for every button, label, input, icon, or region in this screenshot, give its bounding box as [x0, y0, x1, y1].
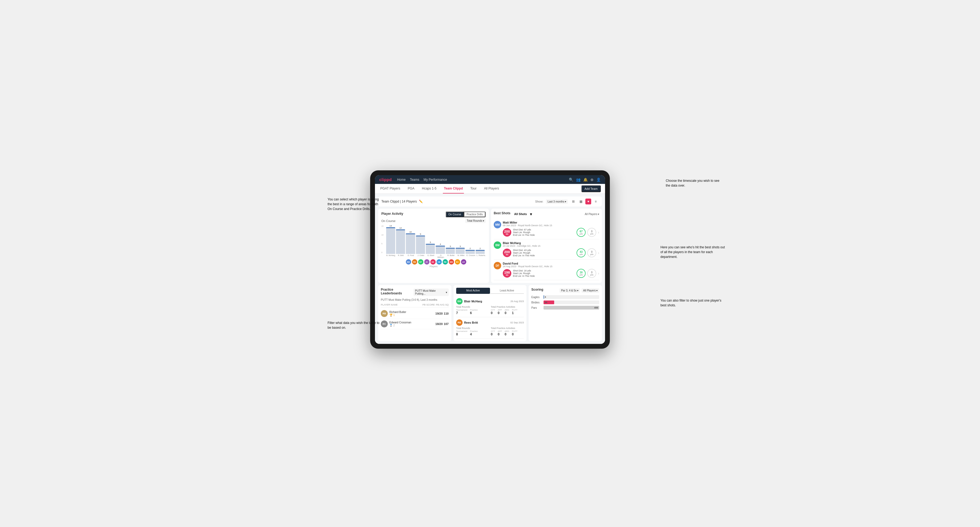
bar-group-2: 10	[406, 231, 415, 254]
sub-nav-right: Add Team	[581, 185, 601, 192]
best-shots-card: Best Shots All Shots ▾ All Players ▾	[491, 209, 602, 283]
view-list-icon[interactable]: ≡	[593, 198, 599, 205]
annotation-timescale: Choose the timescale you wish to see the…	[666, 178, 724, 188]
tab-team-clippd[interactable]: Team Clippd	[443, 184, 464, 194]
lb-avg-1: 107	[444, 322, 449, 325]
nav-teams[interactable]: Teams	[410, 178, 419, 181]
profile-icon[interactable]: 👤	[596, 178, 601, 182]
team-title: Team Clippd | 14 Players	[381, 200, 417, 203]
shot-player-name-0: Matt Miller	[503, 221, 599, 224]
shot-item-0: MM Matt Miller 09 Jun 2023 · Royal North…	[494, 219, 599, 239]
bar-group-3: 9	[416, 233, 425, 254]
nav-home[interactable]: Home	[397, 178, 406, 181]
shot-arrow-0[interactable]: ›	[598, 230, 599, 235]
bar-group-6: 3	[446, 245, 455, 254]
view-grid-icon[interactable]: ▦	[578, 198, 584, 205]
avatar-1: RB	[412, 259, 417, 265]
scoring-bar-fill-pars	[544, 306, 599, 310]
add-icon[interactable]: ⊕	[590, 178, 593, 182]
shot-arrow-2[interactable]: ›	[598, 271, 599, 275]
bottom-grid: Practice Leaderboards PUTT Must Make Put…	[378, 285, 602, 341]
avatar-5: OB	[436, 259, 442, 265]
practice-drills-btn[interactable]: Practice Drills	[464, 211, 485, 217]
scoring-row-birdies: Birdies 96	[531, 300, 599, 304]
leaderboard-dropdown[interactable]: PUTT Must Make Putting... ▾	[414, 289, 449, 296]
scoring-row-eagles: Eagles 3	[531, 295, 599, 299]
rounds-col-1: Total Rounds Tournament 8 Practice	[456, 327, 489, 336]
shot-arrow-1[interactable]: ›	[598, 251, 599, 255]
lb-avatar-1: EC	[381, 321, 388, 327]
bell-icon[interactable]: 🔔	[583, 178, 588, 182]
tab-pgat-players[interactable]: PGAT Players	[379, 184, 401, 194]
shot-details-row-2: 198 SG Shot Dist: 16 yds Start Lie: Roug…	[503, 269, 599, 278]
rounds-nums-0: Tournament 7 Practice 6	[456, 309, 489, 315]
view-heart-icon[interactable]: ♥	[585, 198, 591, 205]
scoring-header: Scoring Par 3, 4 & 5s ▾ All Players ▾	[531, 288, 599, 293]
on-course-btn[interactable]: On Course	[446, 211, 464, 217]
player-activity-top-0: BM Blair McHarg 26 Aug 2023	[456, 298, 524, 305]
player-info-0: BM Blair McHarg	[456, 298, 482, 305]
scoring-bar-bg-pars: 499	[544, 306, 599, 310]
avatar-3: JC	[424, 259, 430, 265]
player-activity-row-1: RB Rees Britt 02 Sep 2023 Total Rounds	[456, 317, 524, 338]
sub-nav: PGAT Players PGA Hcaps 1-5 Team Clippd T…	[375, 184, 605, 194]
shot-text-1: Shot Dist: 43 yds Start Lie: Rough End L…	[513, 249, 575, 257]
shot-stats-0: 67 yds 0 yds	[577, 228, 596, 237]
avatar-6: RB	[442, 259, 448, 265]
lb-score-0: 19/20	[435, 312, 443, 315]
users-icon[interactable]: 👥	[576, 178, 581, 182]
chart-area: On Course Total Rounds ▾ 15 10	[381, 219, 486, 268]
scoring-filter1-dropdown[interactable]: Par 3, 4 & 5s ▾	[560, 288, 580, 293]
edit-icon[interactable]: ✏️	[419, 200, 423, 203]
shot-item-1: BM Blair McHarg 23 Jul 2023 · Ashridge G…	[494, 239, 599, 260]
shot-details-row-0: 200 SG Shot Dist: 67 yds Start Lie: Roug…	[503, 228, 599, 237]
shot-meta-2: 24 Aug 2023 · Royal North Devon GC, Hole…	[503, 265, 599, 268]
view-grid4-icon[interactable]: ⊞	[570, 198, 576, 205]
shot-info-0: Matt Miller 09 Jun 2023 · Royal North De…	[503, 221, 599, 237]
shot-badge-0: 200 SG	[503, 228, 511, 237]
active-tabs: Most Active Least Active	[456, 288, 524, 294]
bar-group-0: 13	[386, 225, 395, 254]
shot-details-row-1: 200 SG Shot Dist: 43 yds Start Lie: Roug…	[503, 248, 599, 257]
practice-col-1: Total Practice Activities GTT 0 APP	[491, 327, 524, 336]
lb-row-0: RB Richard Butler 🏆 1 19/20 110	[381, 308, 449, 319]
search-icon[interactable]: 🔍	[569, 178, 573, 182]
main-grid: Player Activity On Course Practice Drill…	[378, 209, 602, 283]
shot-info-1: Blair McHarg 23 Jul 2023 · Ashridge GC, …	[503, 241, 599, 257]
most-active-tab[interactable]: Most Active	[456, 288, 490, 294]
players-label: Players	[381, 265, 486, 268]
tab-tour[interactable]: Tour	[469, 184, 477, 194]
scoring-bar-bg-eagles: 3	[544, 295, 599, 299]
scoring-filter2-dropdown[interactable]: All Players ▾	[582, 288, 599, 293]
shot-player-name-1: Blair McHarg	[503, 241, 599, 244]
tab-hcaps[interactable]: Hcaps 1-5	[421, 184, 438, 194]
period-dropdown[interactable]: Last 3 months ▾	[546, 199, 568, 204]
avatar-9: LR	[461, 259, 466, 265]
tab-all-players[interactable]: All Players	[483, 184, 500, 194]
view-icons: ⊞ ▦ ♥ ≡	[570, 198, 599, 205]
player-name-0: Blair McHarg	[464, 300, 482, 303]
all-shots-tab[interactable]: All Shots	[513, 212, 529, 216]
bar-chart: 13 12	[385, 225, 486, 254]
shot-stats-1: 43 yds 0 yds	[577, 248, 596, 257]
scoring-label-birdies: Birdies	[531, 301, 542, 304]
least-active-tab[interactable]: Least Active	[490, 288, 524, 294]
best-shots-title: Best Shots	[494, 211, 511, 215]
lb-row-1: EC Edward Crossman 🥈 2 18/20 107	[381, 319, 449, 329]
app-logo: clippd	[379, 177, 392, 182]
add-team-button[interactable]: Add Team	[581, 185, 601, 192]
player-name-1: Rees Britt	[464, 321, 478, 324]
scoring-label-eagles: Eagles	[531, 296, 542, 298]
nav-my-performance[interactable]: My Performance	[424, 178, 447, 181]
bar-group-9: 2	[476, 247, 485, 254]
lb-score-1: 18/20	[435, 322, 443, 325]
player-activity-top-1: RB Rees Britt 02 Sep 2023	[456, 319, 524, 326]
all-players-dropdown[interactable]: All Players ▾	[585, 213, 599, 216]
tab-pga[interactable]: PGA	[407, 184, 415, 194]
shot-player-name-2: David Ford	[503, 262, 599, 265]
chart-dropdown[interactable]: Total Rounds ▾	[465, 219, 486, 223]
scoring-bar-val-eagles: 3	[545, 295, 546, 299]
shot-text-2: Shot Dist: 16 yds Start Lie: Rough End L…	[513, 269, 575, 277]
stat-zero-1: 0 yds	[587, 248, 596, 257]
activity-date-0: 26 Aug 2023	[511, 300, 524, 303]
